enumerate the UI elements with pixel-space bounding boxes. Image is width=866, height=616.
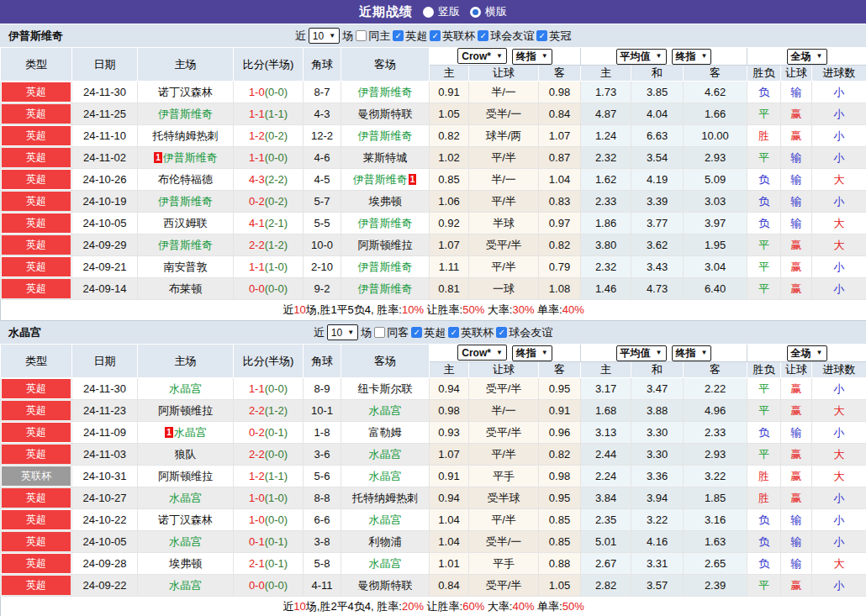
avg-away-odds: 4.96 (684, 400, 747, 422)
score-cell: 0-1(0-1) (234, 531, 304, 553)
handicap-away-odds: 0.96 (539, 422, 581, 444)
away-team-cell: 埃弗顿 (341, 191, 430, 213)
league-filter[interactable]: ✓球会友谊 (496, 325, 552, 340)
avg-home-odds: 3.80 (581, 234, 631, 256)
summary-text: 10% (402, 303, 424, 316)
result-handicap: 输 (781, 422, 812, 444)
away-team-cell: 伊普斯维奇 (341, 125, 430, 147)
handicap-line: 平/半 (469, 509, 539, 531)
match-count-select[interactable]: 10▼ (309, 28, 340, 44)
column-header: 角球 (304, 345, 341, 378)
home-team-name: 伊普斯维奇 (158, 108, 213, 120)
away-team-cell: 伊普斯维奇 (341, 278, 430, 300)
same-side-filter[interactable]: 同客 (374, 325, 409, 340)
avg-draw-odds: 3.88 (631, 400, 684, 422)
avg-source-select[interactable]: 平均值▼ (616, 345, 667, 361)
avg-final-select[interactable]: 终指▼ (672, 345, 712, 361)
result-goals: 小 (812, 531, 866, 553)
match-date: 24-09-21 (72, 256, 138, 278)
league-type-badge: 英超 (2, 401, 71, 420)
avg-home-odds: 2.32 (581, 147, 631, 169)
away-team-cell: 伊普斯维奇 (341, 213, 430, 234)
league-type-badge: 英超 (2, 192, 71, 211)
halftime-score: (0-2) (265, 129, 288, 142)
fullmatch-select[interactable]: 全场▼ (787, 345, 827, 361)
avg-away-odds: 3.03 (684, 191, 747, 213)
handicap-line: 受平/半 (469, 422, 539, 444)
avg-source-select[interactable]: 平均值▼ (616, 49, 667, 65)
match-date: 24-10-05 (72, 531, 138, 553)
avg-select-group: 平均值▼终指▼ (581, 48, 747, 66)
result-wdl: 平 (747, 103, 781, 125)
result-goals: 小 (812, 147, 866, 169)
odds-final-select[interactable]: 终指▼ (512, 345, 552, 361)
avg-home-odds: 2.44 (581, 444, 631, 466)
handicap-home-odds: 1.07 (430, 444, 469, 466)
away-team-name: 水晶宫 (369, 448, 402, 461)
checkbox-icon (356, 30, 367, 41)
column-header: 日期 (72, 345, 138, 378)
odds-final-select[interactable]: 终指▼ (512, 49, 552, 65)
fullmatch-select[interactable]: 全场▼ (787, 49, 827, 65)
halftime-score: (0-1) (265, 535, 288, 548)
league-filter[interactable]: ✓英超 (393, 29, 427, 44)
avg-draw-odds: 4.19 (631, 169, 684, 191)
odds-source-select[interactable]: Crow*▼ (457, 48, 507, 64)
match-type-cell: 英超 (1, 191, 72, 213)
handicap-line: 半/一 (469, 169, 539, 191)
league-type-badge: 英超 (2, 510, 71, 529)
handicap-away-odds: 0.98 (539, 466, 581, 487)
chevron-down-icon: ▼ (541, 53, 548, 60)
result-wdl: 平 (747, 575, 781, 597)
avg-final-select-value: 终指 (676, 346, 696, 361)
result-wdl: 负 (747, 553, 781, 575)
halftime-score: (0-1) (265, 557, 288, 570)
match-count-select[interactable]: 10▼ (327, 324, 358, 340)
column-subheader: 进球数 (812, 66, 866, 82)
checkbox-icon: ✓ (478, 30, 488, 41)
league-filter[interactable]: ✓英联杯 (448, 325, 494, 340)
avg-final-select[interactable]: 终指▼ (672, 49, 712, 65)
result-goals: 小 (812, 125, 866, 147)
summary-text: 10 (293, 600, 305, 613)
summary-text: 让胜率: (424, 600, 462, 613)
near-label: 近 (295, 29, 306, 44)
away-team-cell: 水晶宫 (341, 400, 430, 422)
radio-horizontal-option[interactable]: 横版 (470, 4, 507, 19)
radio-vertical-option[interactable]: 竖版 (423, 4, 460, 19)
league-type-badge: 英超 (2, 554, 71, 573)
avg-away-odds: 2.33 (684, 422, 747, 444)
match-type-cell: 英超 (1, 256, 72, 278)
avg-draw-odds: 4.16 (631, 531, 684, 553)
fullmatch-select-value: 全场 (791, 346, 811, 361)
avg-away-odds: 2.93 (684, 444, 747, 466)
fulltime-score: 2-1 (249, 557, 265, 570)
filter-controls: 近10▼场同主✓英超✓英联杯✓球会友谊✓英冠 (295, 28, 571, 44)
match-type-cell: 英超 (1, 125, 72, 147)
league-filter[interactable]: ✓英联杯 (430, 29, 475, 44)
league-filter[interactable]: ✓英超 (411, 325, 446, 340)
league-label: 英联杯 (461, 325, 494, 340)
fulltime-score: 4-1 (249, 217, 265, 229)
league-filter[interactable]: ✓英冠 (536, 29, 571, 44)
result-handicap: 赢 (781, 575, 812, 597)
away-team-name: 水晶宫 (369, 470, 402, 482)
odds-source-select[interactable]: Crow*▼ (457, 345, 507, 361)
same-side-filter[interactable]: 同主 (356, 29, 390, 44)
corner-count: 10-0 (304, 234, 341, 256)
matches-label: 场 (342, 29, 353, 44)
match-type-cell: 英超 (1, 378, 72, 400)
odds-select-group: Crow*▼终指▼ (430, 48, 581, 66)
result-goals: 小 (812, 103, 866, 125)
corner-count: 9-2 (304, 278, 341, 300)
near-label: 近 (314, 325, 325, 340)
league-filter[interactable]: ✓球会友谊 (478, 29, 534, 44)
home-team-name: 诺丁汉森林 (158, 513, 213, 526)
avg-away-odds: 2.22 (684, 378, 747, 400)
match-type-cell: 英超 (1, 400, 72, 422)
league-type-badge: 英超 (2, 279, 71, 298)
away-team-name: 水晶宫 (369, 513, 402, 526)
handicap-line: 受半球 (469, 487, 539, 509)
handicap-home-odds: 0.94 (430, 378, 469, 400)
summary-text: 单率: (534, 600, 562, 613)
